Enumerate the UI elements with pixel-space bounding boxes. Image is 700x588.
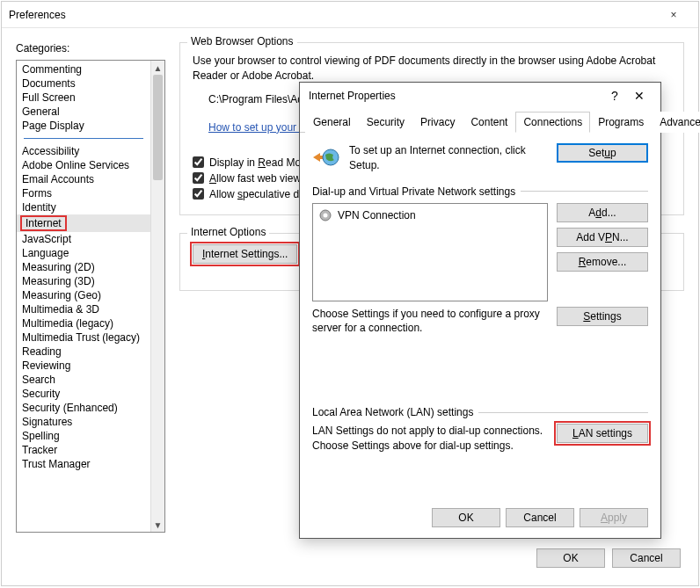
checkbox-input[interactable] [193, 188, 204, 200]
tab-programs[interactable]: Programs [590, 112, 652, 133]
setup-button[interactable]: Setup [557, 143, 648, 163]
remove-connection-button[interactable]: Remove... [557, 252, 648, 272]
category-divider [24, 138, 143, 139]
lan-settings-group: Local Area Network (LAN) settings LAN Se… [312, 406, 648, 454]
proxy-info-text: Choose Settings if you need to configure… [312, 307, 548, 337]
web-desc-line1: Use your browser to control viewing of P… [193, 54, 655, 67]
scroll-thumb[interactable] [153, 75, 163, 180]
ip-tabstrip: GeneralSecurityPrivacyContentConnections… [300, 111, 660, 133]
category-item[interactable]: Adobe Online Services [17, 158, 150, 172]
category-item[interactable]: Commenting [17, 62, 150, 76]
categories-panel: Categories: CommentingDocumentsFull Scre… [16, 42, 165, 524]
lan-settings-button[interactable]: LAN settings [557, 424, 648, 443]
scroll-down-icon[interactable]: ▼ [151, 518, 164, 532]
category-item[interactable]: General [17, 105, 150, 119]
ip-titlebar: Internet Properties ? ✕ [300, 83, 660, 109]
tab-connections[interactable]: Connections [515, 112, 590, 133]
connection-buttons: Add... Add VPN... Remove... [557, 203, 648, 301]
svg-point-3 [324, 213, 328, 217]
preferences-titlebar: Preferences × [2, 2, 698, 28]
setup-text: To set up an Internet connection, click … [349, 143, 548, 173]
category-item[interactable]: Documents [17, 76, 150, 91]
category-item[interactable]: Tracker [17, 443, 150, 457]
web-desc-line2: Reader or Adobe Acrobat. [193, 69, 314, 82]
checkbox-label: Allow speculative dow [209, 188, 312, 200]
scroll-up-icon[interactable]: ▲ [151, 61, 164, 75]
close-icon[interactable]: ✕ [627, 89, 652, 103]
tab-privacy[interactable]: Privacy [412, 112, 463, 133]
category-item[interactable]: Email Accounts [17, 172, 150, 186]
category-item[interactable]: Search [17, 373, 150, 387]
tab-advanced[interactable]: Advanced [652, 112, 700, 133]
category-item[interactable]: Multimedia & 3D [17, 302, 150, 316]
connections-area: VPN Connection Add... Add VPN... Remove.… [312, 203, 648, 301]
category-item[interactable]: Identity [17, 200, 150, 214]
category-item[interactable]: Security (Enhanced) [17, 401, 150, 415]
internet-properties-dialog: Internet Properties ? ✕ GeneralSecurityP… [299, 82, 661, 539]
ok-button[interactable]: OK [536, 548, 605, 568]
connection-listbox[interactable]: VPN Connection [312, 203, 548, 301]
cancel-button[interactable]: Cancel [612, 548, 681, 568]
category-item[interactable]: Full Screen [17, 91, 150, 105]
category-item[interactable]: Spelling [17, 429, 150, 443]
categories-label: Categories: [16, 42, 165, 54]
category-item[interactable]: Measuring (3D) [17, 274, 150, 288]
svg-marker-0 [313, 153, 324, 162]
globe-arrow-icon [312, 143, 340, 171]
scrollbar[interactable]: ▲ ▼ [150, 61, 164, 532]
tab-security[interactable]: Security [359, 112, 412, 133]
preferences-title: Preferences [9, 9, 656, 21]
internet-settings-button[interactable]: Internet Settings... [193, 244, 297, 264]
apply-button[interactable]: Apply [580, 508, 648, 527]
divider [478, 412, 648, 413]
close-icon[interactable]: × [656, 6, 691, 24]
group-label-row: Local Area Network (LAN) settings [312, 406, 648, 418]
category-item[interactable]: JavaScript [17, 232, 150, 246]
category-item[interactable]: Multimedia (legacy) [17, 316, 150, 330]
help-icon[interactable]: ? [602, 89, 627, 103]
category-item[interactable]: Signatures [17, 415, 150, 429]
category-item[interactable]: Accessibility [17, 144, 150, 158]
category-item-selected[interactable]: Internet [20, 215, 67, 231]
cancel-button[interactable]: Cancel [506, 508, 574, 527]
tab-general[interactable]: General [305, 112, 359, 133]
ip-dialog-buttons: OK Cancel Apply [432, 508, 648, 527]
group-label-row: Dial-up and Virtual Private Network sett… [312, 185, 648, 198]
lan-info-text: LAN Settings do not apply to dial-up con… [312, 424, 548, 454]
categories-listbox: CommentingDocumentsFull ScreenGeneralPag… [16, 60, 165, 533]
dialup-group-label: Dial-up and Virtual Private Network sett… [312, 185, 515, 198]
divider [521, 191, 648, 192]
category-item[interactable]: Language [17, 246, 150, 260]
category-item[interactable]: Measuring (2D) [17, 260, 150, 274]
web-desc-text: Use your browser to control viewing of P… [193, 54, 671, 84]
category-item[interactable]: Internet [17, 214, 150, 232]
connection-settings-button[interactable]: Settings [557, 307, 648, 326]
checkbox-input[interactable] [193, 172, 204, 184]
category-item[interactable]: Security [17, 387, 150, 401]
lan-row: LAN Settings do not apply to dial-up con… [312, 424, 648, 454]
ip-body: To set up an Internet connection, click … [300, 133, 660, 476]
category-item[interactable]: Reading [17, 345, 150, 359]
add-connection-button[interactable]: Add... [557, 203, 648, 222]
category-item[interactable]: Reviewing [17, 359, 150, 373]
dialup-vpn-group: Dial-up and Virtual Private Network sett… [312, 185, 648, 337]
category-item[interactable]: Forms [17, 186, 150, 200]
category-item[interactable]: Page Display [17, 119, 150, 133]
checkbox-input[interactable] [193, 156, 204, 168]
checkbox-label: Allow fast web view [209, 172, 301, 185]
categories-items[interactable]: CommentingDocumentsFull ScreenGeneralPag… [17, 61, 150, 532]
list-item[interactable]: VPN Connection [317, 207, 543, 223]
tab-content[interactable]: Content [463, 112, 515, 133]
category-item[interactable]: Multimedia Trust (legacy) [17, 330, 150, 345]
proxy-row: Choose Settings if you need to configure… [312, 307, 648, 337]
group-label: Web Browser Options [187, 35, 297, 47]
category-item[interactable]: Trust Manager [17, 457, 150, 471]
connection-name: VPN Connection [338, 209, 416, 221]
group-label: Internet Options [187, 226, 269, 238]
lan-group-label: Local Area Network (LAN) settings [312, 406, 473, 418]
add-vpn-button[interactable]: Add VPN... [557, 228, 648, 247]
setup-row: To set up an Internet connection, click … [312, 143, 648, 173]
ok-button[interactable]: OK [432, 508, 500, 527]
preferences-buttons: OK Cancel [536, 548, 681, 568]
category-item[interactable]: Measuring (Geo) [17, 288, 150, 302]
